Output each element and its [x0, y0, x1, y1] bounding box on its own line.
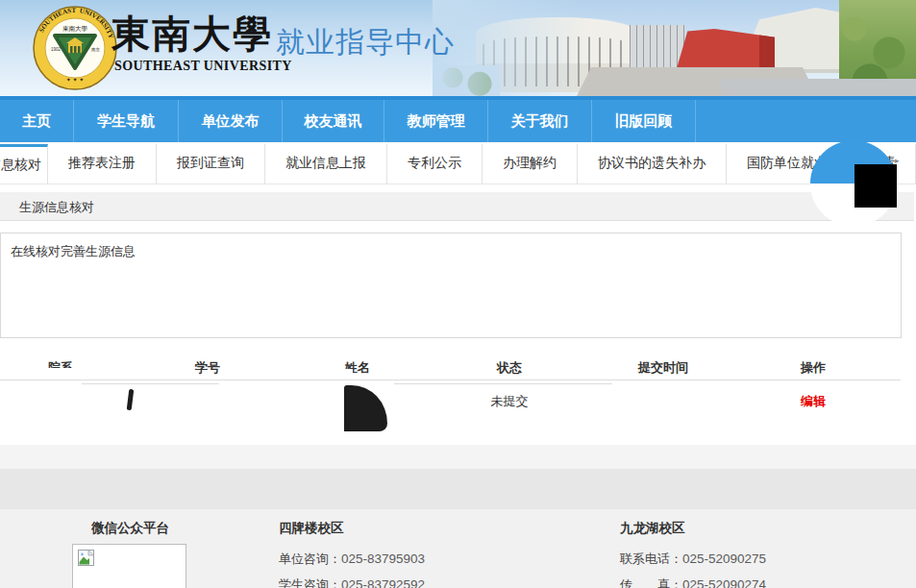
campus1-name: 四牌楼校区 [279, 520, 344, 537]
main-nav: 主页 学生导航 单位发布 校友通讯 教师管理 关于我们 旧版回顾 [0, 96, 916, 142]
tab-employment-info-report[interactable]: 就业信息上报 [265, 144, 387, 184]
nav-item-old-site[interactable]: 旧版回顾 [592, 100, 696, 142]
table-divider-seg [82, 383, 219, 384]
nav-item-alumni[interactable]: 校友通讯 [283, 100, 384, 142]
contact-phone: 025-83792592 [341, 577, 425, 588]
tab-registration-card-query[interactable]: 报到证查询 [157, 144, 265, 184]
edit-link[interactable]: 编辑 [801, 393, 826, 410]
campus1-line1: 单位咨询：025-83795903 [279, 551, 425, 568]
university-seal-logo: SOUTHEAST UNIVERSITY ✦ ✦ ✦ 東南大學 1902 南京 [32, 5, 118, 91]
nav-item-home[interactable]: 主页 [0, 100, 74, 142]
nav-item-employers[interactable]: 单位发布 [179, 100, 283, 142]
contact-label: 学生咨询： [279, 577, 341, 588]
footer-spacer-band [0, 445, 916, 469]
redaction-dept-cell [127, 389, 135, 410]
avatar-redaction-box [854, 164, 897, 208]
photo-fade [433, 0, 586, 96]
contact-phone: 025-52090274 [682, 577, 766, 588]
chevron-right-icon[interactable]: ▸ [895, 156, 904, 167]
broken-image-icon [78, 550, 94, 566]
site-title: 就业指导中心 [276, 23, 455, 62]
page: SOUTHEAST UNIVERSITY ✦ ✦ ✦ 東南大學 1902 南京 … [0, 0, 916, 588]
intro-box: 在线核对完善生源信息 [0, 233, 902, 338]
tab-agreement-loss-reissue[interactable]: 协议书的遗失补办 [578, 144, 727, 184]
header-banner: SOUTHEAST UNIVERSITY ✦ ✦ ✦ 東南大學 1902 南京 … [0, 0, 916, 96]
svg-text:南京: 南京 [91, 47, 101, 52]
campus2-line2: 传 真：025-52090274 [620, 576, 766, 588]
cell-status: 未提交 [491, 393, 529, 410]
university-name-en: SOUTHEAST UNIVERSITY [114, 59, 292, 74]
contact-label: 联系电话： [620, 551, 682, 566]
table-divider-seg [394, 383, 612, 384]
svg-text:東南大學: 東南大學 [62, 25, 88, 32]
tab-recommendation-register[interactable]: 推荐表注册 [48, 144, 157, 184]
footer-links-band: 教育就业 ▼ 校内链接 ▼ 人才中心 ▼ 政府部门 ▼ [0, 469, 916, 509]
tab-contract-cancellation[interactable]: 办理解约 [483, 144, 578, 184]
col-header-submit-time: 提交时间 [638, 359, 688, 377]
photo-plaza [721, 79, 916, 96]
col-header-status: 状态 [497, 359, 522, 377]
col-header-action: 操作 [801, 359, 826, 377]
campus1-line2: 学生咨询：025-83792592 [279, 576, 425, 588]
nav-item-students[interactable]: 学生导航 [74, 100, 179, 142]
table-header-divider [0, 380, 901, 380]
campus-photo [433, 0, 916, 96]
sub-tab-bar: 生源信息核对 推荐表注册 报到证查询 就业信息上报 专利公示 办理解约 协议书的… [0, 144, 916, 184]
svg-text:1902: 1902 [51, 47, 62, 52]
wechat-title: 微信公众平台 [91, 520, 169, 537]
tab-source-info-check[interactable]: 生源信息核对 [0, 144, 48, 184]
contact-phone: 025-52090275 [682, 551, 766, 566]
contact-label: 单位咨询： [279, 551, 341, 566]
contact-phone: 025-83795903 [341, 551, 425, 566]
university-name-cn: 東南大學 [111, 8, 285, 60]
campus2-name: 九龙湖校区 [620, 520, 685, 537]
tab-patent-publicity[interactable]: 专利公示 [387, 144, 483, 184]
col-header-student-id: 学号 [195, 359, 220, 377]
redaction-name-cell [344, 385, 387, 431]
nav-item-about[interactable]: 关于我们 [488, 100, 592, 142]
contact-label: 传 真： [620, 577, 682, 588]
svg-text:✦ ✦ ✦: ✦ ✦ ✦ [66, 77, 84, 83]
nav-item-teachers[interactable]: 教师管理 [384, 100, 488, 142]
campus2-line1: 联系电话：025-52090275 [620, 551, 766, 568]
page-heading-bar: 生源信息核对 [0, 192, 914, 221]
page-title: 生源信息核对 [19, 199, 94, 216]
intro-text: 在线核对完善生源信息 [11, 243, 136, 260]
